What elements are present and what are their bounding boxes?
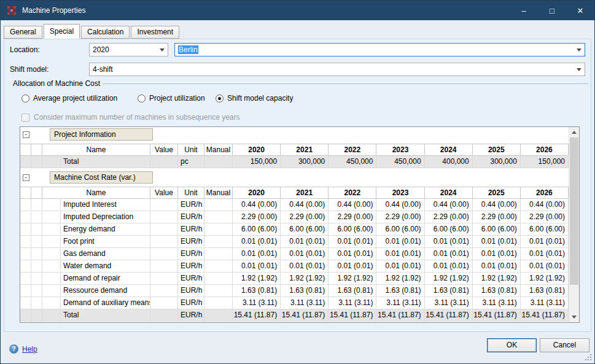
radio-average-project-utilization[interactable]: Average project utilization <box>21 94 117 103</box>
cell-year-value: 300,000 <box>473 156 521 168</box>
row-gutter-cell <box>20 260 31 273</box>
cell-year-value: 150,000 <box>521 156 569 168</box>
cell-value <box>150 211 178 223</box>
scrollbar-thumb[interactable] <box>570 137 578 285</box>
radio-project-utilization[interactable]: Project utilization <box>138 94 205 103</box>
cell-value <box>150 297 178 309</box>
resize-grip[interactable] <box>585 354 592 361</box>
column-header-year[interactable]: 2021 <box>281 187 329 199</box>
cell-value <box>150 248 178 260</box>
cell-year-value: 0.01 (0.01) <box>473 236 521 248</box>
grid-data-row[interactable]: Ressource demandEUR/h1.63 (0.81)1.63 (0.… <box>20 285 569 297</box>
grid-data-row[interactable]: Foot printEUR/h0.01 (0.01)0.01 (0.01)0.0… <box>20 236 569 248</box>
checkbox-icon <box>21 114 29 122</box>
cell-name: Total <box>61 156 150 168</box>
grid-data-row[interactable]: Water demandEUR/h0.01 (0.01)0.01 (0.01)0… <box>20 260 569 273</box>
cell-year-value: 0.44 (0.00) <box>233 199 281 211</box>
column-header-year[interactable]: 2024 <box>425 187 473 199</box>
shift-model-dropdown[interactable]: 4-shift <box>89 63 585 76</box>
minimize-button[interactable]: – <box>510 1 538 20</box>
grid-data-row[interactable]: Demand of repairEUR/h1.92 (1.92)1.92 (1.… <box>20 273 569 285</box>
column-header[interactable]: Unit <box>178 144 204 156</box>
column-header-year[interactable]: 2023 <box>376 144 424 156</box>
cell-value <box>150 223 178 236</box>
grid-data-row[interactable]: Imputed DepreciationEUR/h2.29 (0.00)2.29… <box>20 211 569 223</box>
column-header-year[interactable]: 2025 <box>473 187 521 199</box>
tab-calculation[interactable]: Calculation <box>81 26 130 39</box>
tab-special[interactable]: Special <box>44 24 80 39</box>
column-header-year[interactable]: 2022 <box>329 144 376 156</box>
column-header[interactable]: Unit <box>178 187 204 199</box>
row-indent-cell <box>42 273 61 285</box>
column-header-year[interactable]: 2024 <box>425 144 473 156</box>
column-header-year[interactable]: 2026 <box>521 144 569 156</box>
cell-year-value: 2.29 (0.00) <box>521 211 569 223</box>
column-header[interactable]: Value <box>150 144 178 156</box>
grid-data-row[interactable]: Imputed InterestEUR/h0.44 (0.00)0.44 (0.… <box>20 199 569 211</box>
scroll-down-icon[interactable] <box>569 312 579 322</box>
cancel-button[interactable]: Cancel <box>540 338 589 352</box>
column-header-name[interactable]: Name <box>42 187 150 199</box>
cell-year-value: 6.00 (6.00) <box>425 223 473 236</box>
chevron-down-icon[interactable] <box>157 44 167 55</box>
column-header-year[interactable]: 2022 <box>329 187 376 199</box>
grid-rows: -Project InformationNameValueUnitManual2… <box>20 127 569 322</box>
location-year-dropdown[interactable]: 2020 <box>89 43 168 56</box>
collapse-toggle-icon[interactable]: - <box>23 131 29 138</box>
maximize-button[interactable]: □ <box>538 1 566 20</box>
grid-data-row[interactable]: TotalEUR/h15.41 (11.87)15.41 (11.87)15.4… <box>20 309 569 322</box>
shift-model-label: Shift model: <box>10 65 49 74</box>
column-header-name[interactable]: Name <box>42 144 150 156</box>
grid-section-title[interactable]: Project Information <box>50 128 153 141</box>
column-header-year[interactable]: 2020 <box>233 144 281 156</box>
cell-year-value: 15.41 (11.87) <box>425 309 473 322</box>
titlebar[interactable]: Machine Properties – □ ✕ <box>1 1 594 20</box>
grid-data-row[interactable]: Energy demandEUR/h6.00 (6.00)6.00 (6.00)… <box>20 223 569 236</box>
grid-section-title[interactable]: Machine Cost Rate (var.) <box>50 171 153 184</box>
cell-year-value: 450,000 <box>376 156 424 168</box>
row-indicator-cell <box>31 199 42 211</box>
grid-section-row: -Machine Cost Rate (var.) <box>20 171 569 184</box>
cell-name: Demand of repair <box>61 273 150 285</box>
cell-year-value: 0.01 (0.01) <box>425 236 473 248</box>
vertical-scrollbar[interactable] <box>569 127 579 322</box>
column-header[interactable]: Value <box>150 187 178 199</box>
cell-year-value: 0.44 (0.00) <box>329 199 376 211</box>
cell-manual <box>204 199 233 211</box>
column-header[interactable]: Manual <box>204 187 233 199</box>
grid-data-row[interactable]: Gas demandEUR/h0.01 (0.01)0.01 (0.01)0.0… <box>20 248 569 260</box>
cell-year-value: 6.00 (6.00) <box>473 223 521 236</box>
ok-button[interactable]: OK <box>487 338 537 352</box>
cell-year-value: 2.29 (0.00) <box>329 211 376 223</box>
cell-year-value: 0.01 (0.01) <box>233 248 281 260</box>
column-header-year[interactable]: 2021 <box>281 144 329 156</box>
cell-unit: EUR/h <box>178 309 204 322</box>
cell-year-value: 2.29 (0.00) <box>233 211 281 223</box>
scroll-up-icon[interactable] <box>569 127 579 137</box>
cell-unit: EUR/h <box>178 248 204 260</box>
cell-year-value: 0.01 (0.01) <box>473 248 521 260</box>
grid-data-row[interactable]: Demand of auxiliary meansEUR/h3.11 (3.11… <box>20 297 569 309</box>
column-header[interactable]: Manual <box>204 144 233 156</box>
cell-year-value: 3.11 (3.11) <box>329 297 376 309</box>
grid-data-row[interactable]: Totalpc150,000300,000450,000450,000400,0… <box>20 156 569 168</box>
column-header-year[interactable]: 2025 <box>473 144 521 156</box>
column-header-year[interactable]: 2023 <box>376 187 424 199</box>
collapse-toggle-icon[interactable]: - <box>23 174 29 181</box>
cell-value <box>150 156 178 168</box>
row-indicator-cell <box>31 309 42 322</box>
tab-investment[interactable]: Investment <box>131 26 179 39</box>
radio-icon <box>21 95 29 103</box>
location-combobox[interactable]: Berlin <box>174 43 585 56</box>
tab-general[interactable]: General <box>4 26 42 39</box>
column-header-year[interactable]: 2026 <box>521 187 569 199</box>
grid-section-row: -Project Information <box>20 128 569 141</box>
chevron-down-icon[interactable] <box>574 64 584 75</box>
cell-value <box>150 273 178 285</box>
chevron-down-icon[interactable] <box>574 44 584 55</box>
close-button[interactable]: ✕ <box>566 1 594 20</box>
row-indicator-cell <box>31 211 42 223</box>
radio-shift-model-capacity[interactable]: Shift model capacity <box>216 94 293 103</box>
help-link[interactable]: ? Help <box>9 344 37 354</box>
column-header-year[interactable]: 2020 <box>233 187 281 199</box>
